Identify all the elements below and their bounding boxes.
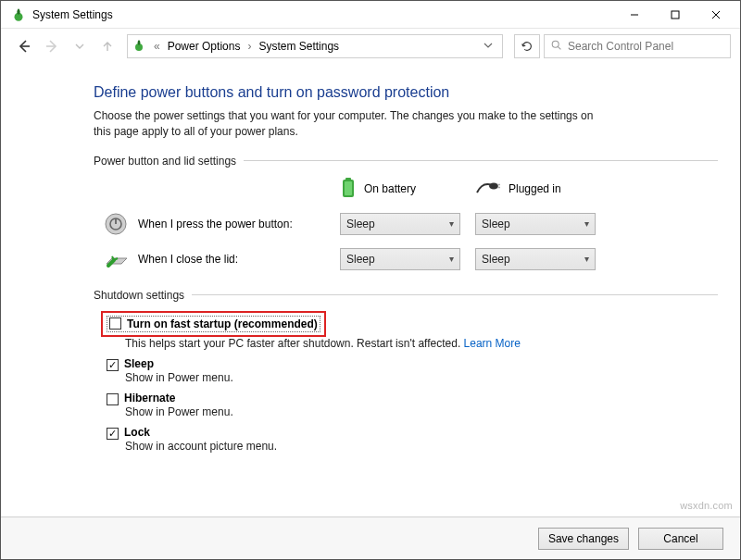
lock-hint: Show in account picture menu.: [125, 440, 718, 453]
chevron-down-icon: ▾: [584, 254, 589, 264]
power-settings-grid: On battery Plugged in When I press th: [103, 177, 718, 272]
checkbox-label: Turn on fast startup (recommended): [127, 317, 318, 330]
checkbox-lock[interactable]: [107, 428, 119, 440]
breadcrumb-item-power-options[interactable]: Power Options: [168, 40, 241, 53]
svg-rect-6: [345, 181, 352, 195]
chevron-down-icon: ▾: [449, 218, 454, 229]
svg-rect-1: [672, 11, 679, 19]
checkbox-label: Sleep: [124, 357, 154, 370]
plug-icon: [475, 180, 501, 199]
navigation-bar: « Power Options › System Settings Search…: [1, 29, 740, 64]
column-label: Plugged in: [509, 182, 561, 195]
row-label: When I press the power button:: [138, 218, 293, 230]
address-dropdown-icon[interactable]: [478, 40, 498, 53]
column-on-battery: On battery: [340, 177, 460, 202]
chevron-down-icon: ▾: [584, 218, 589, 229]
search-placeholder: Search Control Panel: [568, 40, 673, 53]
select-value: Sleep: [346, 218, 375, 230]
footer-bar: Save changes Cancel: [1, 516, 740, 559]
lid-icon: [103, 246, 129, 272]
page-intro: Choose the power settings that you want …: [94, 108, 612, 140]
section-shutdown-settings: Shutdown settings Turn on fast startup (…: [94, 289, 718, 453]
checkbox-hibernate[interactable]: [107, 393, 119, 405]
divider: [244, 160, 718, 161]
divider: [192, 294, 718, 295]
learn-more-link[interactable]: Learn More: [464, 337, 521, 350]
hibernate-hint: Show in Power menu.: [125, 405, 718, 418]
save-changes-button[interactable]: Save changes: [538, 528, 629, 550]
address-bar[interactable]: « Power Options › System Settings: [127, 34, 503, 58]
svg-point-7: [489, 182, 498, 189]
chevron-right-icon: ›: [245, 40, 253, 53]
select-value: Sleep: [482, 218, 510, 230]
checkbox-label: Lock: [124, 426, 150, 439]
column-plugged-in: Plugged in: [475, 180, 596, 199]
row-press-power-button: When I press the power button:: [103, 211, 325, 237]
select-close-lid-plugged[interactable]: Sleep ▾: [475, 248, 596, 270]
history-dropdown[interactable]: [68, 34, 92, 58]
page-heading: Define power buttons and turn on passwor…: [94, 84, 718, 101]
checkbox-sleep[interactable]: [107, 359, 119, 371]
location-icon: [132, 38, 146, 56]
select-press-power-plugged[interactable]: Sleep ▾: [475, 213, 596, 235]
select-press-power-battery[interactable]: Sleep ▾: [340, 213, 460, 235]
minimize-button[interactable]: [614, 1, 655, 29]
search-input[interactable]: Search Control Panel: [544, 34, 731, 58]
maximize-button[interactable]: [655, 1, 696, 29]
fast-startup-hint: This helps start your PC faster after sh…: [125, 337, 718, 350]
refresh-button[interactable]: [514, 34, 540, 58]
section-label: Power button and lid settings: [94, 155, 236, 168]
breadcrumb: « Power Options › System Settings: [152, 40, 339, 53]
select-value: Sleep: [346, 253, 375, 266]
close-button[interactable]: [696, 1, 736, 29]
row-label: When I close the lid:: [138, 253, 238, 266]
checkbox-label: Hibernate: [124, 392, 175, 404]
column-label: On battery: [364, 182, 416, 195]
page-content: Define power buttons and turn on passwor…: [1, 64, 740, 453]
window-titlebar: System Settings: [1, 1, 740, 29]
breadcrumb-root-chevrons[interactable]: «: [152, 40, 162, 53]
watermark-text: wsxdn.com: [680, 500, 733, 511]
checkbox-fast-startup[interactable]: [109, 317, 121, 330]
app-icon: [10, 6, 27, 23]
power-button-icon: [103, 211, 129, 237]
section-label: Shutdown settings: [94, 289, 184, 302]
search-icon: [550, 39, 562, 54]
breadcrumb-item-system-settings[interactable]: System Settings: [258, 40, 339, 53]
select-value: Sleep: [482, 253, 510, 266]
up-button[interactable]: [95, 34, 119, 58]
svg-point-3: [552, 41, 559, 47]
chevron-down-icon: ▾: [449, 254, 454, 264]
fast-startup-highlight: Turn on fast startup (recommended): [101, 311, 326, 337]
select-close-lid-battery[interactable]: Sleep ▾: [340, 248, 460, 270]
back-button[interactable]: [12, 34, 36, 58]
sleep-hint: Show in Power menu.: [125, 371, 718, 384]
battery-icon: [340, 177, 357, 202]
cancel-button[interactable]: Cancel: [638, 528, 723, 550]
section-power-button-lid: Power button and lid settings: [94, 155, 718, 168]
row-close-lid: When I close the lid:: [103, 246, 325, 272]
window-title: System Settings: [32, 8, 113, 21]
forward-button[interactable]: [40, 34, 64, 58]
